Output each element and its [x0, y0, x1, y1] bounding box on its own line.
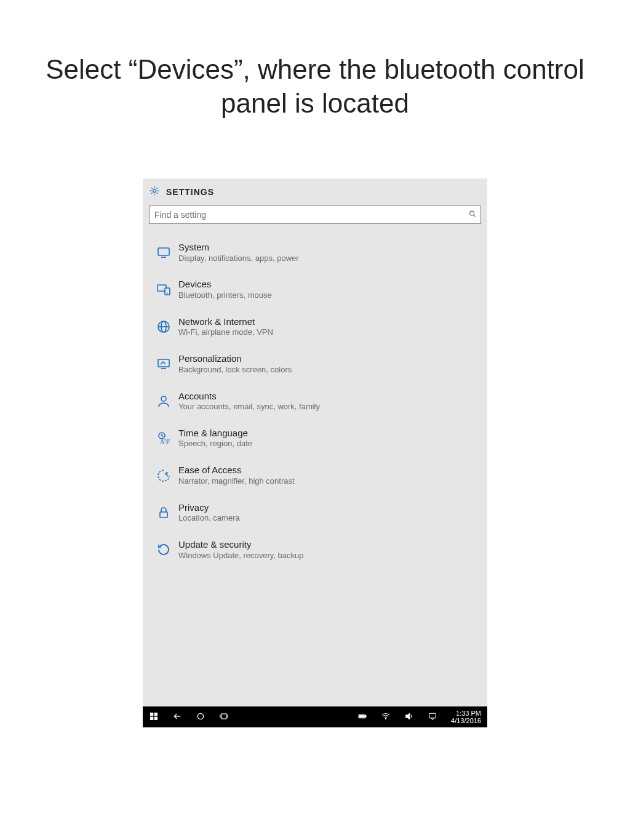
settings-item-text: Accounts Your accounts, email, sync, wor… — [176, 390, 320, 412]
settings-item-desc: Display, notifications, apps, power — [178, 254, 299, 264]
svg-point-29 — [385, 718, 386, 719]
settings-list: System Display, notifications, apps, pow… — [143, 228, 487, 569]
taskbar-left — [149, 711, 229, 723]
globe-icon — [151, 319, 176, 334]
action-center-icon[interactable] — [428, 711, 437, 723]
settings-item-devices[interactable]: Devices Bluetooth, printers, mouse — [149, 271, 481, 308]
svg-point-13 — [161, 396, 166, 401]
settings-item-desc: Background, lock screen, colors — [178, 365, 292, 375]
svg-rect-23 — [221, 714, 226, 719]
settings-item-ease-of-access[interactable]: Ease of Access Narrator, magnifier, high… — [149, 457, 481, 494]
slide-title: Select “Devices”, where the bluetooth co… — [37, 52, 593, 120]
settings-item-desc: Windows Update, recovery, backup — [178, 551, 304, 561]
task-view-icon[interactable] — [219, 711, 229, 723]
svg-rect-3 — [158, 248, 169, 255]
svg-rect-16 — [160, 512, 167, 518]
search-row — [143, 206, 487, 228]
svg-point-22 — [197, 713, 203, 719]
back-icon[interactable] — [172, 711, 182, 723]
settings-item-system[interactable]: System Display, notifications, apps, pow… — [149, 234, 481, 271]
settings-item-desc: Speech, region, date — [178, 439, 252, 449]
search-icon — [468, 210, 477, 220]
update-icon — [151, 542, 176, 557]
time-language-icon: A字 — [151, 431, 176, 446]
svg-line-2 — [474, 215, 476, 217]
volume-icon[interactable] — [404, 711, 414, 723]
settings-item-text: Devices Bluetooth, printers, mouse — [176, 278, 272, 300]
battery-icon[interactable] — [357, 711, 367, 723]
search-input[interactable] — [150, 206, 461, 223]
taskbar: 1:33 PM 4/13/2016 — [143, 706, 487, 727]
taskbar-right: 1:33 PM 4/13/2016 — [357, 710, 481, 724]
svg-rect-19 — [150, 716, 153, 719]
settings-item-name: Privacy — [178, 502, 240, 514]
settings-item-time-language[interactable]: A字 Time & language Speech, region, date — [149, 420, 481, 457]
svg-point-0 — [153, 189, 156, 192]
lock-icon — [151, 505, 176, 520]
settings-item-name: Devices — [178, 278, 272, 290]
settings-item-desc: Bluetooth, printers, mouse — [178, 290, 272, 301]
settings-item-name: Time & language — [178, 427, 252, 439]
settings-item-desc: Wi-Fi, airplane mode, VPN — [178, 327, 273, 338]
svg-rect-18 — [154, 713, 158, 716]
svg-point-7 — [167, 292, 168, 294]
settings-header: SETTINGS — [143, 178, 487, 206]
settings-item-name: Update & security — [178, 538, 304, 551]
settings-item-desc: Narrator, magnifier, high contrast — [178, 476, 295, 487]
document-page: Select “Devices”, where the bluetooth co… — [0, 0, 630, 840]
svg-point-1 — [470, 211, 474, 215]
settings-item-network[interactable]: Network & Internet Wi-Fi, airplane mode,… — [149, 308, 481, 345]
devices-icon — [151, 282, 176, 297]
display-icon — [151, 245, 176, 260]
settings-item-text: Privacy Location, camera — [176, 502, 240, 524]
settings-item-text: Personalization Background, lock screen,… — [176, 353, 292, 375]
settings-title: SETTINGS — [166, 187, 214, 197]
settings-window: SETTINGS — [143, 178, 487, 727]
gear-icon — [149, 185, 160, 199]
svg-rect-27 — [365, 715, 366, 717]
svg-rect-20 — [154, 716, 158, 719]
settings-item-desc: Your accounts, email, sync, work, family — [178, 402, 320, 412]
settings-item-personalization[interactable]: Personalization Background, lock screen,… — [149, 345, 481, 382]
settings-item-name: Network & Internet — [178, 316, 273, 328]
settings-item-accounts[interactable]: Accounts Your accounts, email, sync, wor… — [149, 383, 481, 420]
svg-rect-31 — [429, 713, 436, 718]
settings-item-text: Update & security Windows Update, recove… — [176, 538, 304, 561]
wifi-icon[interactable] — [381, 711, 391, 723]
svg-rect-28 — [359, 715, 364, 717]
settings-item-text: Network & Internet Wi-Fi, airplane mode,… — [176, 316, 273, 338]
settings-item-text: Ease of Access Narrator, magnifier, high… — [176, 464, 295, 486]
accounts-icon — [151, 394, 176, 409]
personalization-icon — [151, 356, 176, 371]
svg-text:A字: A字 — [160, 438, 170, 445]
settings-item-desc: Location, camera — [178, 513, 240, 524]
settings-item-name: System — [178, 241, 299, 254]
taskbar-clock[interactable]: 1:33 PM 4/13/2016 — [451, 710, 481, 724]
cortana-icon[interactable] — [196, 711, 205, 723]
settings-item-privacy[interactable]: Privacy Location, camera — [149, 494, 481, 531]
settings-item-name: Accounts — [178, 390, 320, 402]
svg-marker-30 — [406, 713, 410, 719]
settings-item-name: Ease of Access — [178, 464, 295, 476]
settings-item-text: System Display, notifications, apps, pow… — [176, 241, 299, 263]
ease-of-access-icon — [151, 468, 176, 483]
settings-item-text: Time & language Speech, region, date — [176, 427, 252, 449]
search-box[interactable] — [149, 206, 481, 224]
start-icon[interactable] — [149, 711, 159, 723]
settings-item-update-security[interactable]: Update & security Windows Update, recove… — [149, 531, 481, 568]
taskbar-date: 4/13/2016 — [451, 717, 481, 724]
svg-rect-17 — [150, 713, 153, 716]
settings-item-name: Personalization — [178, 353, 292, 365]
taskbar-time: 1:33 PM — [451, 710, 481, 717]
